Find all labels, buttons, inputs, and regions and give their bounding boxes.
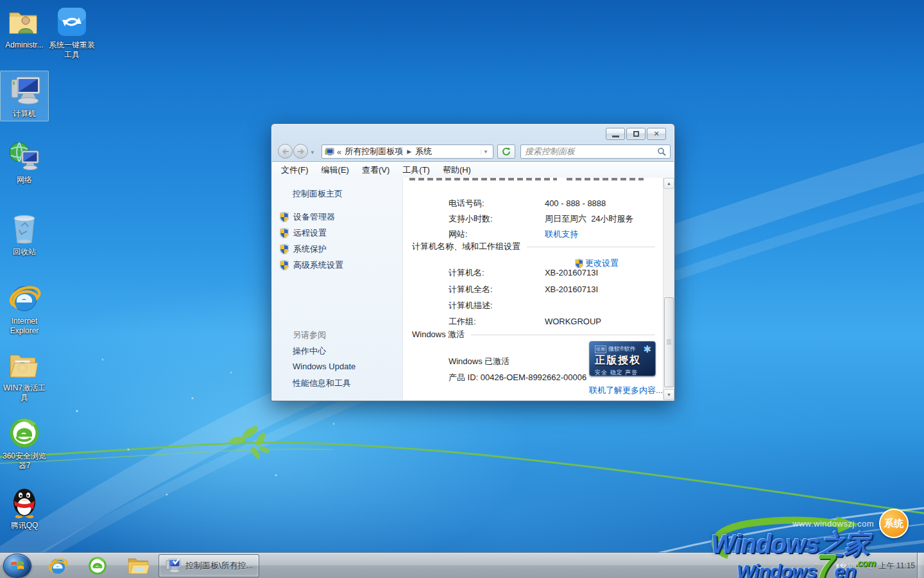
windows-activation-section-header: Windows 激活 [412, 329, 655, 340]
sidebar-task-label: 远程设置 [293, 227, 327, 239]
menu-view[interactable]: 查看(V) [362, 164, 389, 176]
minimize-button[interactable] [606, 128, 625, 140]
breadcrumb-all-items[interactable]: 所有控制面板项 [345, 146, 403, 157]
sidebar-action-center[interactable]: 操作中心 [293, 346, 326, 357]
swap-arrows-app-icon [55, 5, 89, 39]
minimize-icon [612, 136, 619, 137]
show-desktop-button[interactable] [917, 553, 924, 578]
network-icon [8, 140, 41, 173]
volume-icon[interactable]: ◁ [866, 562, 871, 570]
menu-tools[interactable]: 工具(T) [402, 164, 430, 176]
computer-task-icon [164, 558, 181, 574]
scrollbar-thumb[interactable] [664, 297, 674, 387]
sidebar-performance-tools[interactable]: 性能信息和工具 [293, 378, 351, 389]
section-title: 计算机名称、域和工作组设置 [412, 241, 520, 252]
forward-arrow-icon [297, 148, 305, 155]
breadcrumb-arrow-icon[interactable]: ▶ [407, 148, 411, 155]
product-id: 产品 ID: 00426-OEM-8992662-00006 [449, 372, 586, 382]
taskbar-ie-button[interactable] [41, 553, 74, 578]
sidebar-advanced-settings[interactable]: 高级系统设置 [280, 259, 343, 271]
sidebar-system-protection[interactable]: 系统保护 [280, 243, 327, 255]
hidden-icons-chevron-icon[interactable]: ⌃ [813, 562, 819, 570]
sidebar-task-label: 设备管理器 [293, 211, 335, 223]
menu-file[interactable]: 文件(F) [281, 164, 309, 176]
search-icon[interactable] [657, 147, 666, 156]
genuine-microsoft-badge[interactable]: 使用 微软®软件 ✱ 正版授权 安全 稳定 声誉 [589, 341, 656, 376]
menu-help[interactable]: 帮助(H) [443, 164, 471, 176]
breadcrumb-system[interactable]: 系统 [415, 146, 432, 157]
clipped-scrolled-text [567, 178, 644, 180]
uac-shield-icon [280, 260, 289, 270]
taskbar-360-browser-button[interactable] [81, 553, 114, 578]
change-settings-link[interactable]: 更改设置 [575, 258, 619, 269]
row-label: 工作组: [449, 316, 545, 328]
change-settings-label: 更改设置 [585, 258, 619, 269]
menu-edit[interactable]: 编辑(E) [321, 164, 349, 176]
genuine-star-icon: ✱ [643, 346, 651, 353]
desktop-icon-label: Administr... [0, 40, 49, 50]
active-task-control-panel[interactable]: 控制面板\所有控... [158, 554, 259, 577]
learn-more-online-link[interactable]: 联机了解更多内容... [589, 385, 663, 396]
desktop-icon-360-browser[interactable]: 360安全浏览器7 [0, 416, 49, 471]
uac-shield-icon [280, 212, 289, 222]
scroll-up-icon: ▲ [667, 181, 671, 186]
search-input[interactable]: 搜索控制面板 [520, 144, 671, 159]
restore-button[interactable] [626, 128, 646, 140]
windows-logo-icon [10, 559, 25, 573]
action-center-flag-icon[interactable]: ⚑ [824, 562, 830, 570]
desktop-icon-label: 回收站 [0, 247, 49, 257]
desktop-icon-label: 腾讯QQ [0, 521, 49, 530]
address-dropdown-icon[interactable]: ▼ [481, 149, 490, 155]
row-label: 网站: [449, 229, 545, 240]
back-button[interactable] [278, 144, 293, 159]
activator-folder-icon [8, 348, 41, 381]
sidebar-device-manager[interactable]: 设备管理器 [280, 211, 335, 223]
360-browser-icon [87, 556, 108, 576]
desktop-icon-win7-activator[interactable]: WIN7激活工具 [0, 348, 49, 403]
uac-shield-icon [575, 259, 583, 268]
desktop-icon-network[interactable]: 网络 [0, 140, 49, 185]
search-placeholder: 搜索控制面板 [525, 146, 575, 157]
taskbar-explorer-button[interactable] [122, 553, 155, 578]
refresh-button[interactable] [497, 144, 515, 159]
sidebar-windows-update[interactable]: Windows Update [293, 362, 355, 371]
online-support-link[interactable]: 联机支持 [545, 229, 578, 239]
sidebar-remote-settings[interactable]: 远程设置 [280, 227, 327, 239]
desktop-icon-administrator[interactable]: Administr... [0, 5, 49, 50]
recent-pages-dropdown[interactable]: ▼ [310, 150, 315, 155]
see-also-header: 另请参阅 [293, 329, 326, 341]
menu-bar: 文件(F) 编辑(E) 查看(V) 工具(T) 帮助(H) [272, 161, 674, 178]
breadcrumb-overflow[interactable]: « [337, 147, 341, 157]
window-body: 控制面板主页 设备管理器 远程设置 [272, 178, 674, 400]
qq-penguin-icon [8, 486, 41, 519]
desktop-icon-label: 计算机 [1, 109, 48, 119]
desktop-icon-label: Internet Explorer [0, 317, 49, 336]
tray-icons: ⌃ ⚑ ▮�186; ◁ [810, 562, 873, 570]
desktop-icon-computer[interactable]: 计算机 [0, 71, 49, 121]
scroll-up-button[interactable]: ▲ [663, 178, 674, 189]
uac-shield-icon [280, 228, 289, 238]
forward-button[interactable] [293, 144, 308, 159]
tray-clock[interactable]: 上午 11:15 [879, 561, 915, 570]
close-button[interactable]: ✕ [647, 128, 666, 140]
desktop-icon-internet-explorer[interactable]: Internet Explorer [0, 281, 49, 336]
section-divider [471, 335, 655, 335]
scroll-down-icon: ▼ [667, 392, 671, 397]
vertical-scrollbar[interactable]: ▲ ▼ [663, 178, 674, 400]
network-status-icon[interactable]: ▮�186; [835, 562, 860, 570]
sidebar-home-link[interactable]: 控制面板主页 [293, 188, 343, 200]
address-bar[interactable]: « 所有控制面板项 ▶ 系统 ▼ [321, 144, 493, 159]
section-divider [527, 247, 655, 247]
window-titlebar[interactable]: ✕ [271, 124, 674, 142]
desktop-icon-label: 系统一键重装工具 [47, 40, 96, 60]
start-button[interactable] [3, 554, 31, 578]
restore-icon [633, 131, 639, 137]
desktop-icon-qq[interactable]: 腾讯QQ [0, 486, 49, 530]
badge-tagline: 安全 稳定 声誉 [595, 369, 651, 376]
task-button-label: 控制面板\所有控... [185, 560, 253, 572]
scroll-down-button[interactable]: ▼ [663, 389, 674, 400]
desktop-icon-recycle-bin[interactable]: 回收站 [0, 212, 49, 257]
desktop-icon-reinstall-tool[interactable]: 系统一键重装工具 [47, 5, 96, 60]
product-id-row: 产品 ID: 00426-OEM-8992662-00006 [430, 362, 586, 393]
clipped-scrolled-text [409, 178, 557, 180]
